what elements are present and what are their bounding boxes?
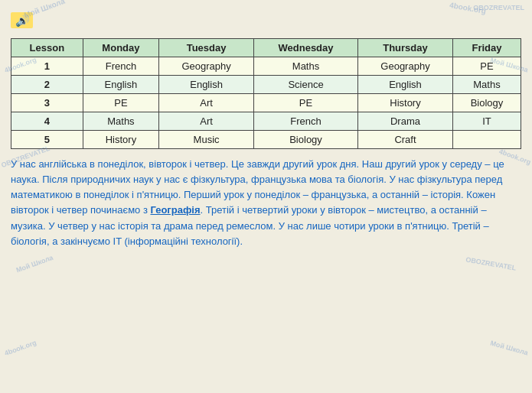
body-text: У нас англійська в понеділок, вівторок і… (11, 157, 521, 249)
lesson-cell: English (159, 76, 254, 94)
col-lesson: Lesson (11, 39, 83, 57)
lesson-cell: History (83, 131, 158, 149)
lesson-cell: Art (159, 94, 254, 112)
table-row: 3PEArtPEHistoryBiology (11, 94, 521, 112)
lesson-cell: French (83, 57, 158, 76)
lesson-cell: History (358, 94, 453, 112)
lesson-cell: PE (83, 94, 158, 112)
geo-highlight: Географія (150, 204, 200, 216)
table-row: 4MathsArtFrenchDramaIT (11, 112, 521, 131)
lesson-num: 2 (11, 76, 83, 94)
col-tuesday: Tuesday (159, 39, 254, 57)
lesson-cell: Drama (358, 112, 453, 131)
lesson-cell: Geography (358, 57, 453, 76)
lesson-cell (452, 131, 521, 149)
lesson-cell: English (83, 76, 158, 94)
col-monday: Monday (83, 39, 158, 57)
lesson-cell: PE (452, 57, 521, 76)
lesson-cell: Maths (83, 112, 158, 131)
lesson-cell: IT (452, 112, 521, 131)
task-icon: 🔊 (15, 15, 28, 27)
lesson-cell: PE (253, 94, 357, 112)
col-friday: Friday (452, 39, 521, 57)
lesson-cell: Science (253, 76, 357, 94)
lesson-cell: Maths (253, 57, 357, 76)
lesson-cell: Maths (452, 76, 521, 94)
lesson-num: 5 (11, 131, 83, 149)
col-wednesday: Wednesday (253, 39, 357, 57)
lesson-cell: Biology (452, 94, 521, 112)
lesson-num: 1 (11, 57, 83, 76)
timetable: Lesson Monday Tuesday Wednesday Thursday… (11, 38, 521, 149)
lesson-cell: Geography (159, 57, 254, 76)
lesson-cell: French (253, 112, 357, 131)
table-row: 1FrenchGeographyMathsGeographyPE (11, 57, 521, 76)
col-thursday: Thursday (358, 39, 453, 57)
table-row: 2EnglishEnglishScienceEnglishMaths (11, 76, 521, 94)
lesson-cell: Biology (253, 131, 357, 149)
lesson-num: 4 (11, 112, 83, 131)
task-line: 🔊 (11, 12, 33, 28)
table-row: 5HistoryMusicBiologyCraft (11, 131, 521, 149)
lesson-cell: English (358, 76, 453, 94)
table-header-row: Lesson Monday Tuesday Wednesday Thursday… (11, 39, 521, 57)
lesson-cell: Music (159, 131, 254, 149)
lesson-num: 3 (11, 94, 83, 112)
lesson-cell: Craft (358, 131, 453, 149)
lesson-cell: Art (159, 112, 254, 131)
